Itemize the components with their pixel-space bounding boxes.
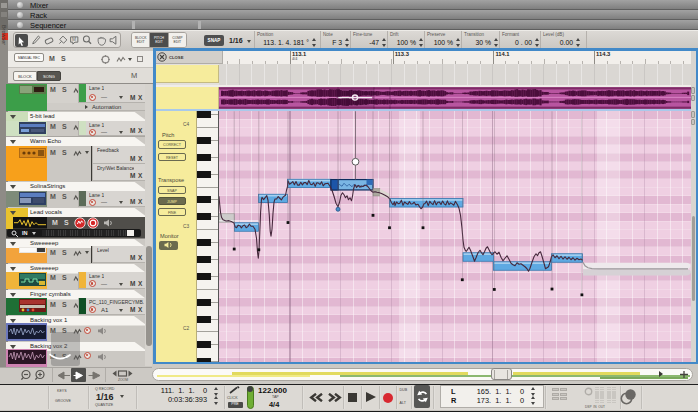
svg-text:M: M bbox=[72, 37, 76, 42]
